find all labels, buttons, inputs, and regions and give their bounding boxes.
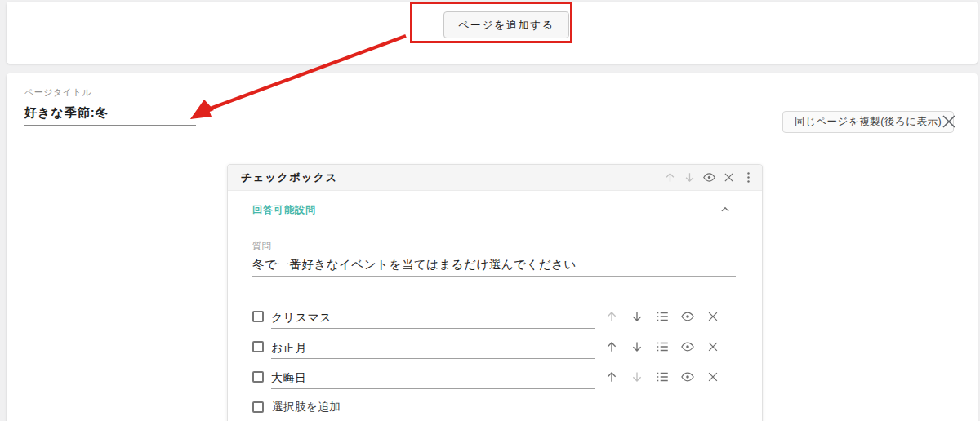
- add-page-button[interactable]: ページを追加する: [443, 11, 569, 38]
- visibility-icon[interactable]: [702, 171, 716, 184]
- question-type-label: チェックボックス: [241, 171, 337, 185]
- visibility-icon[interactable]: [680, 309, 695, 324]
- option-input[interactable]: [271, 338, 595, 359]
- list-icon[interactable]: [655, 309, 670, 324]
- option-checkbox[interactable]: [252, 311, 264, 322]
- page-title-input[interactable]: [24, 101, 196, 126]
- list-icon[interactable]: [655, 339, 670, 354]
- answerable-section-label: 回答可能設問: [252, 203, 316, 217]
- close-page-icon[interactable]: [939, 112, 959, 131]
- duplicate-page-button[interactable]: 同じページを複製(後ろに表示): [782, 111, 954, 133]
- question-card: チェックボックス 回答可能設問 質問: [227, 164, 763, 421]
- move-down-icon[interactable]: [630, 370, 644, 384]
- chevron-up-icon[interactable]: [718, 202, 733, 217]
- move-down-icon[interactable]: [683, 171, 697, 184]
- option-row: [252, 335, 734, 359]
- close-icon[interactable]: [722, 171, 736, 184]
- question-card-body: 回答可能設問 質問: [228, 191, 762, 417]
- toolbar-card: ページを追加する: [7, 2, 978, 64]
- add-option-label[interactable]: 選択肢を追加: [272, 400, 341, 414]
- visibility-icon[interactable]: [680, 370, 695, 384]
- close-icon[interactable]: [706, 309, 720, 324]
- move-up-icon[interactable]: [604, 339, 619, 354]
- close-icon[interactable]: [706, 370, 720, 384]
- option-input[interactable]: [271, 308, 595, 329]
- question-label: 質問: [252, 240, 734, 252]
- move-up-icon[interactable]: [604, 309, 619, 324]
- page-editor-card: ページタイトル 同じページを複製(後ろに表示) チェックボックス: [7, 73, 978, 421]
- question-card-header: チェックボックス: [228, 165, 762, 191]
- option-row: [252, 365, 734, 389]
- move-up-icon[interactable]: [663, 171, 677, 184]
- add-option-row[interactable]: 選択肢を追加: [252, 397, 734, 417]
- close-icon[interactable]: [706, 339, 720, 354]
- option-checkbox[interactable]: [252, 341, 264, 352]
- move-down-icon[interactable]: [630, 309, 644, 324]
- kebab-menu-icon[interactable]: [742, 171, 755, 184]
- list-icon[interactable]: [655, 370, 670, 384]
- move-up-icon[interactable]: [604, 370, 619, 384]
- option-input[interactable]: [271, 368, 595, 389]
- option-checkbox[interactable]: [252, 371, 264, 383]
- question-input[interactable]: [252, 254, 736, 277]
- question-card-actions: [663, 171, 755, 184]
- page: ページを追加する ページタイトル 同じページを複製(後ろに表示) チェックボック…: [0, 0, 980, 421]
- page-title-label: ページタイトル: [24, 86, 978, 99]
- visibility-icon[interactable]: [680, 339, 695, 354]
- move-down-icon[interactable]: [630, 339, 644, 354]
- add-option-checkbox: [252, 401, 264, 413]
- option-row: [252, 304, 734, 329]
